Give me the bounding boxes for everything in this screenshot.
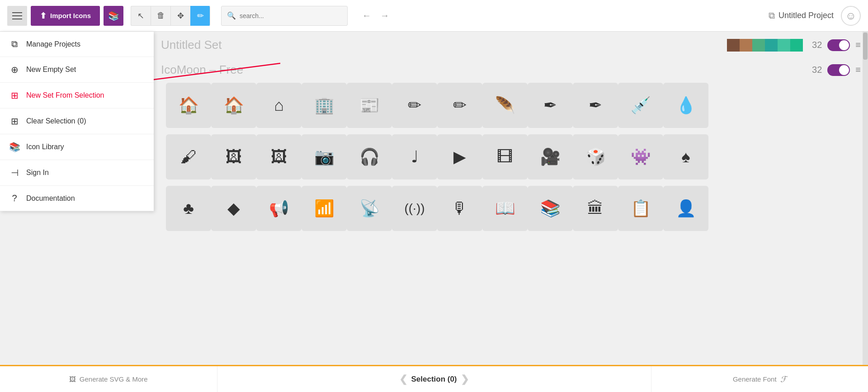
clear-selection-item[interactable]: ⊞ Clear Selection (0) (0, 109, 154, 134)
icon-radio[interactable]: ((·)) (392, 186, 437, 231)
selection-section[interactable]: ❮ Selection (0) ❯ (217, 366, 651, 392)
new-set-from-selection-item[interactable]: ⊞ New Set From Selection (0, 83, 154, 109)
icon-clubs[interactable]: ♣ (166, 186, 211, 231)
font-icon: ℱ (780, 374, 787, 384)
icon-home1[interactable]: 🏠 (166, 83, 211, 128)
icon-headphones[interactable]: 🎧 (347, 134, 392, 179)
import-icons-button[interactable]: ⬆ Import Icons (31, 6, 100, 26)
move-tool-button[interactable]: ✥ (170, 6, 190, 26)
icon-pen[interactable]: ✒ (573, 83, 618, 128)
icon-book[interactable]: 📖 (482, 186, 528, 231)
signin-icon: ⊣ (9, 167, 20, 178)
set-header-untitled: Untitled Set 32 ≡ (161, 32, 861, 57)
manage-projects-item[interactable]: ⧉ Manage Projects (0, 32, 154, 57)
icon-home2[interactable]: 🏠 (211, 83, 256, 128)
icon-bullhorn[interactable]: 📢 (256, 186, 302, 231)
header-left: ⬆ Import Icons 📚 ↖ 🗑 ✥ ✏ 🔍 ← (7, 6, 393, 26)
icon-music[interactable]: ♩ (392, 134, 437, 179)
icon-building[interactable]: 🏢 (302, 83, 347, 128)
documentation-item[interactable]: ? Documentation (0, 186, 154, 211)
icon-wifi[interactable]: 📶 (302, 186, 347, 231)
hamburger-line (12, 19, 22, 19)
icon-paint-format[interactable]: 🖌 (166, 134, 211, 179)
color-swatch[interactable] (790, 39, 803, 52)
search-icon: 🔍 (227, 11, 236, 20)
user-icon: ☺ (845, 9, 857, 22)
icon-mic[interactable]: 🎙 (437, 186, 482, 231)
icon-connection[interactable]: 📡 (347, 186, 392, 231)
scrollbar[interactable] (863, 32, 868, 392)
icon-play[interactable]: ▶ (437, 134, 482, 179)
icon-image2[interactable]: 🖼 (256, 134, 302, 179)
set-title-untitled: Untitled Set (161, 38, 727, 52)
icon-pacman[interactable]: 👾 (618, 134, 663, 179)
icon-camera[interactable]: 📷 (302, 134, 347, 179)
icon-file[interactable]: 📋 (618, 186, 663, 231)
selection-label: Selection (0) (411, 375, 457, 384)
header: ⬆ Import Icons 📚 ↖ 🗑 ✥ ✏ 🔍 ← (0, 0, 868, 32)
hamburger-button[interactable] (7, 6, 27, 26)
help-icon: ? (9, 193, 20, 203)
sign-in-item[interactable]: ⊣ Sign In (0, 160, 154, 186)
generate-font-section[interactable]: Generate Font ℱ (651, 366, 868, 392)
icon-nib[interactable]: ✒ (528, 83, 573, 128)
select-tool-button[interactable]: ↖ (131, 6, 151, 26)
color-swatch[interactable] (765, 39, 778, 52)
dropdown-menu: ⧉ Manage Projects ⊕ New Empty Set ⊞ New … (0, 32, 154, 211)
library-button[interactable]: 📚 (104, 6, 123, 26)
icon-library-item[interactable]: 📚 Icon Library (0, 134, 154, 160)
clear-selection-label: Clear Selection (0) (26, 117, 86, 125)
color-swatch[interactable] (727, 39, 740, 52)
toggle-knob (839, 65, 849, 75)
set-menu-button[interactable]: ≡ (855, 40, 861, 50)
icon-dice[interactable]: 🎲 (573, 134, 618, 179)
color-swatch[interactable] (740, 39, 752, 52)
user-avatar[interactable]: ☺ (841, 6, 861, 26)
scrollbar-thumb[interactable] (863, 33, 868, 60)
set-title-icomoon: IcoMoon – Free (161, 63, 808, 77)
icon-library[interactable]: 🏛 (573, 186, 618, 231)
redo-button[interactable]: → (377, 8, 393, 24)
selection-set-icon: ⊞ (9, 90, 20, 101)
icon-feather[interactable]: 🪶 (482, 83, 528, 128)
trash-icon: 🗑 (157, 11, 165, 20)
icon-grid-row1: 🏠 🏠 ⌂ 🏢 📰 ✏ ✏ 🪶 ✒ ✒ 💉 💧 (161, 81, 861, 133)
bottom-bar: 🖼 Generate SVG & More ❮ Selection (0) ❯ … (0, 365, 868, 392)
pencil-icon: ✏ (197, 11, 204, 21)
undo-button[interactable]: ← (359, 8, 375, 24)
generate-svg-section[interactable]: 🖼 Generate SVG & More (0, 366, 217, 392)
icon-home3[interactable]: ⌂ (256, 83, 302, 128)
icon-film[interactable]: 🎞 (482, 134, 528, 179)
delete-tool-button[interactable]: 🗑 (151, 6, 170, 26)
color-swatch[interactable] (778, 39, 790, 52)
icon-pencil2[interactable]: ✏ (437, 83, 482, 128)
set-controls-untitled: 32 ≡ (727, 39, 861, 52)
icon-dropper[interactable]: 💉 (618, 83, 663, 128)
color-swatch[interactable] (752, 39, 765, 52)
icon-profile[interactable]: 👤 (663, 186, 708, 231)
icon-image1[interactable]: 🖼 (211, 134, 256, 179)
icon-drop[interactable]: 💧 (663, 83, 708, 128)
toggle-visibility-icomoon[interactable] (827, 64, 850, 76)
icon-spades[interactable]: ♠ (663, 134, 708, 179)
history-buttons: ← → (359, 8, 393, 24)
new-empty-set-item[interactable]: ⊕ New Empty Set (0, 57, 154, 83)
import-icons-label: Import Icons (50, 12, 91, 19)
set-menu-button-icomoon[interactable]: ≡ (855, 65, 861, 75)
icon-books[interactable]: 📚 (528, 186, 573, 231)
icon-set-icomoon: IcoMoon – Free 32 ≡ 🏠 🏠 ⌂ 🏢 📰 ✏ ✏ 🪶 ✒ ✒ … (154, 57, 868, 236)
documentation-label: Documentation (26, 194, 75, 203)
icon-newspaper[interactable]: 📰 (347, 83, 392, 128)
search-input[interactable] (240, 12, 342, 19)
generate-font-label: Generate Font (733, 375, 777, 383)
sign-in-label: Sign In (26, 169, 49, 177)
layers-icon: ⧉ (9, 39, 20, 49)
icon-pencil1[interactable]: ✏ (392, 83, 437, 128)
edit-tool-button[interactable]: ✏ (190, 6, 210, 26)
icon-video[interactable]: 🎥 (528, 134, 573, 179)
generate-svg-label: Generate SVG & More (80, 375, 148, 383)
icon-grid-row2: 🖌 🖼 🖼 📷 🎧 ♩ ▶ 🎞 🎥 🎲 👾 ♠ (161, 133, 861, 184)
icon-diamond[interactable]: ◆ (211, 186, 256, 231)
cursor-icon: ↖ (137, 11, 144, 21)
toggle-visibility[interactable] (827, 39, 850, 51)
